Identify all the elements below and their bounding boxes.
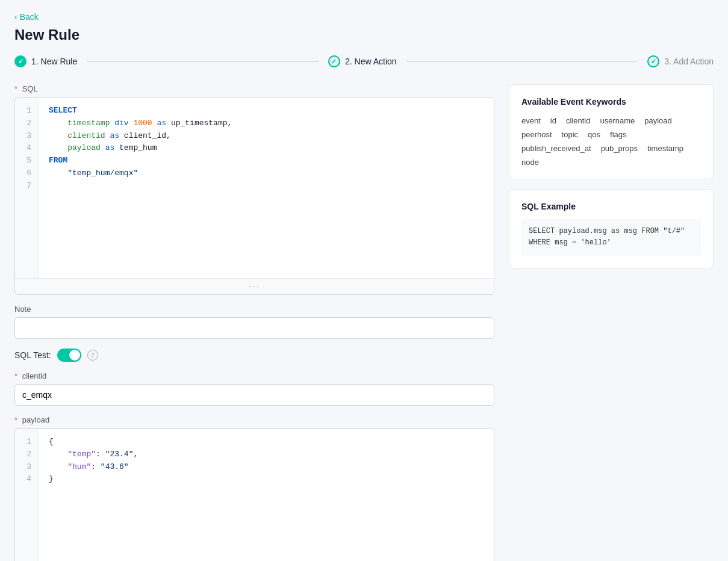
sql-field: * SQL 1 2 3 4 5 6 7 SELEC: [14, 84, 494, 295]
back-chevron-icon: ‹: [14, 12, 17, 22]
keyword-timestamp: timestamp: [647, 144, 683, 153]
payload-label: * payload: [14, 415, 494, 424]
code-editor-dots: ···: [15, 278, 494, 294]
help-icon[interactable]: ?: [87, 350, 98, 361]
sql-label: * SQL: [14, 84, 494, 93]
sql-test-toggle[interactable]: [57, 349, 81, 362]
step-2-label: 2. New Action: [345, 57, 397, 66]
step-1-label: 1. New Rule: [31, 57, 77, 66]
note-input[interactable]: [14, 317, 494, 339]
clientid-input[interactable]: [14, 384, 494, 406]
sql-example-card: SQL Example SELECT payload.msg as msg FR…: [509, 189, 714, 268]
keyword-qos: qos: [588, 130, 600, 139]
keywords-grid: event id clientid username payload peerh…: [521, 116, 701, 167]
keyword-pub-props: pub_props: [601, 144, 638, 153]
stepper: ✓ 1. New Rule ✓ 2. New Action ✓ 3. Add A…: [14, 55, 714, 67]
note-field: Note: [14, 305, 494, 339]
keyword-node: node: [521, 158, 539, 167]
sql-code-content[interactable]: SELECT timestamp div 1000 as up_timestam…: [39, 98, 494, 278]
clientid-required-marker: *: [14, 371, 17, 380]
step-line-2: [406, 61, 638, 62]
step-1-icon: ✓: [14, 55, 26, 67]
sql-editor[interactable]: 1 2 3 4 5 6 7 SELECT timestamp div 1000 …: [14, 97, 494, 295]
note-label: Note: [14, 305, 494, 314]
keywords-card: Available Event Keywords event id client…: [509, 84, 714, 179]
keyword-username: username: [600, 116, 635, 125]
keyword-id: id: [550, 116, 556, 125]
keyword-topic: topic: [562, 130, 578, 139]
step-3-icon: ✓: [647, 55, 659, 67]
keyword-event: event: [521, 116, 541, 125]
step-1: ✓ 1. New Rule: [14, 55, 77, 67]
payload-editor[interactable]: 1 2 3 4 { "temp": "23.4", "hum": "43.6" …: [14, 428, 494, 561]
payload-line-numbers: 1 2 3 4: [15, 429, 39, 561]
right-panel: Available Event Keywords event id client…: [509, 84, 714, 268]
step-3: ✓ 3. Add Action: [647, 55, 714, 67]
sql-example-code: SELECT payload.msg as msg FROM "t/#" WHE…: [521, 219, 701, 256]
step-2: ✓ 2. New Action: [328, 55, 397, 67]
sql-required-marker: *: [14, 84, 17, 93]
clientid-field: * clientid: [14, 371, 494, 406]
page-title: New Rule: [14, 26, 714, 43]
payload-code-content[interactable]: { "temp": "23.4", "hum": "43.6" }: [39, 429, 494, 561]
clientid-label: * clientid: [14, 371, 494, 380]
keywords-title: Available Event Keywords: [521, 97, 701, 107]
sql-line-numbers: 1 2 3 4 5 6 7: [15, 98, 39, 278]
keyword-flags: flags: [610, 130, 626, 139]
step-2-icon: ✓: [328, 55, 340, 67]
sql-test-row: SQL Test: ?: [14, 349, 494, 362]
payload-field: * payload 1 2 3 4 { "temp": "23.4", "hum…: [14, 415, 494, 561]
sql-example-title: SQL Example: [521, 202, 701, 211]
step-3-label: 3. Add Action: [664, 57, 714, 66]
left-panel: * SQL 1 2 3 4 5 6 7 SELEC: [14, 84, 494, 561]
back-label: Back: [20, 12, 39, 22]
keyword-payload: payload: [644, 116, 672, 125]
sql-test-label: SQL Test:: [14, 350, 51, 360]
back-link[interactable]: ‹ Back: [14, 12, 39, 22]
keyword-clientid: clientid: [566, 116, 590, 125]
payload-required-marker: *: [14, 415, 17, 424]
keyword-publish-received-at: publish_received_at: [521, 144, 591, 153]
toggle-knob: [69, 350, 80, 361]
keyword-peerhost: peerhost: [521, 130, 552, 139]
step-line-1: [87, 61, 319, 62]
